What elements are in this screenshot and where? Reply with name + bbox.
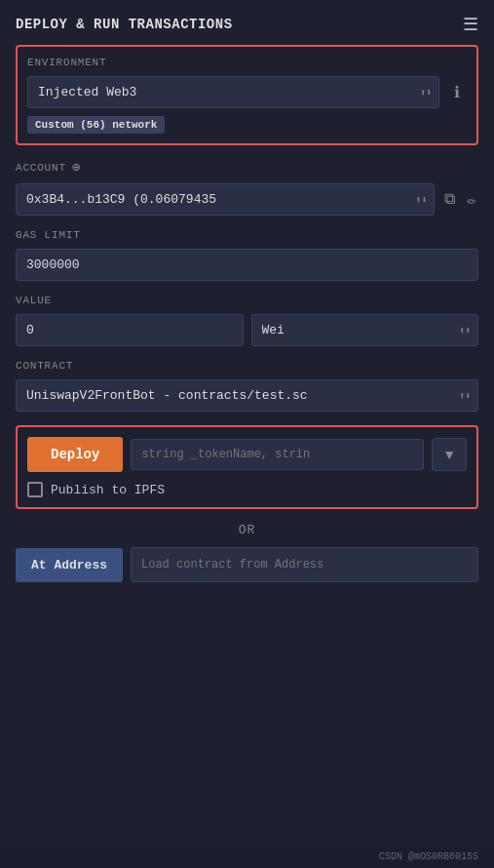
account-label: ACCOUNT <box>16 162 66 174</box>
footer-bar: CSDN @mOS0RB6015S <box>0 846 494 868</box>
gas-limit-label: GAS LIMIT <box>16 229 478 241</box>
environment-select-row: Injected Web3 ⬆⬇ ℹ <box>27 76 467 108</box>
environment-section: ENVIRONMENT Injected Web3 ⬆⬇ ℹ Custom (5… <box>16 45 478 145</box>
unit-select-wrapper: Wei Gwei Finney Ether ⬆⬇ <box>251 314 479 346</box>
deploy-params-input[interactable] <box>131 439 424 470</box>
account-section: ACCOUNT ⊕ 0x3B4...b13C9 (0.06079435 ⬆⬇ ⧉… <box>16 159 478 216</box>
main-content: ENVIRONMENT Injected Web3 ⬆⬇ ℹ Custom (5… <box>0 45 494 598</box>
deploy-section: Deploy ▼ Publish to IPFS <box>16 425 478 509</box>
environment-label: ENVIRONMENT <box>27 57 467 68</box>
contract-section: CONTRACT UniswapV2FrontBot - contracts/t… <box>16 360 478 412</box>
footer-text: CSDN @mOS0RB6015S <box>379 851 478 862</box>
header: DEPLOY & RUN TRANSACTIONS ☰ <box>0 0 494 45</box>
deploy-expand-button[interactable]: ▼ <box>432 438 467 471</box>
value-input-wrapper <box>16 314 244 346</box>
account-plus-icon[interactable]: ⊕ <box>72 159 80 176</box>
copy-icon[interactable]: ⧉ <box>442 188 457 211</box>
at-address-button[interactable]: At Address <box>16 548 123 582</box>
account-label-row: ACCOUNT ⊕ <box>16 159 478 176</box>
account-select[interactable]: 0x3B4...b13C9 (0.06079435 <box>16 183 435 216</box>
or-divider: OR <box>16 523 478 537</box>
deploy-row: Deploy ▼ <box>27 437 467 472</box>
deploy-button[interactable]: Deploy <box>27 437 123 472</box>
environment-info-icon[interactable]: ℹ <box>447 83 467 102</box>
gas-limit-section: GAS LIMIT <box>16 229 478 281</box>
contract-label: CONTRACT <box>16 360 478 372</box>
menu-icon[interactable]: ☰ <box>463 14 478 35</box>
value-label: VALUE <box>16 295 478 306</box>
gas-limit-input[interactable] <box>16 249 478 281</box>
at-address-section: At Address <box>16 547 478 582</box>
contract-select-wrapper: UniswapV2FrontBot - contracts/test.sc ⬆⬇ <box>16 379 478 412</box>
at-address-input[interactable] <box>131 547 478 582</box>
value-section: VALUE Wei Gwei Finney Ether ⬆⬇ <box>16 295 478 346</box>
environment-select[interactable]: Injected Web3 <box>27 76 439 108</box>
page-title: DEPLOY & RUN TRANSACTIONS <box>16 17 233 32</box>
environment-select-wrapper: Injected Web3 ⬆⬇ <box>27 76 439 108</box>
contract-select[interactable]: UniswapV2FrontBot - contracts/test.sc <box>16 379 478 412</box>
publish-checkbox[interactable] <box>27 482 43 497</box>
edit-icon[interactable]: ✏ <box>465 188 478 212</box>
account-row: 0x3B4...b13C9 (0.06079435 ⬆⬇ ⧉ ✏ <box>16 183 478 216</box>
publish-label: Publish to IPFS <box>51 483 165 497</box>
value-row: Wei Gwei Finney Ether ⬆⬇ <box>16 314 478 346</box>
unit-select[interactable]: Wei Gwei Finney Ether <box>251 314 479 346</box>
account-select-wrapper: 0x3B4...b13C9 (0.06079435 ⬆⬇ <box>16 183 435 216</box>
publish-row: Publish to IPFS <box>27 482 467 497</box>
value-input[interactable] <box>16 314 244 346</box>
network-badge: Custom (56) network <box>27 116 165 134</box>
